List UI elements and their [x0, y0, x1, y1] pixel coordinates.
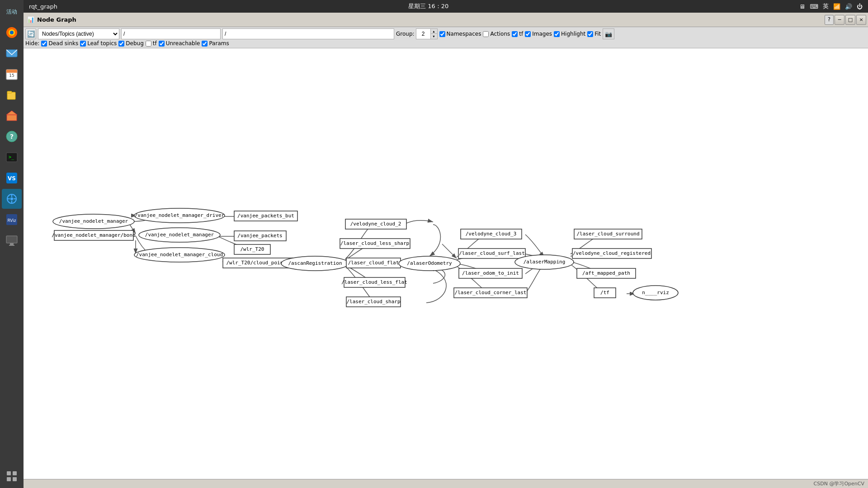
calendar-icon[interactable]: 15 [2, 64, 22, 84]
leaf-topics-checkbox[interactable] [80, 41, 86, 47]
screen-icon[interactable] [2, 230, 22, 250]
namespaces-checkbox[interactable] [439, 31, 445, 37]
node-label-vanjee_packets_but: /vanjee_packets_but [237, 213, 294, 219]
store-icon[interactable] [2, 106, 22, 126]
group-up-button[interactable]: ▲ [431, 29, 437, 34]
svg-point-18 [10, 197, 13, 200]
node-label-vanjee_bond: /vanjee_nodelet_manager/bond [52, 232, 135, 238]
svg-rect-25 [6, 236, 17, 243]
node-label-alaser-odometry: /alaserOdometry [407, 260, 452, 266]
refresh-button[interactable]: 🔄 [25, 28, 36, 39]
highlight-checkbox-label[interactable]: Highlight [554, 31, 585, 37]
node-label-laser-surround: /laser_cloud_surround [576, 231, 639, 237]
view-mode-dropdown[interactable]: Nodes only Nodes/Topics (active) Nodes/T… [38, 28, 119, 39]
dead-sinks-label: Dead sinks [48, 40, 78, 47]
debug-checkbox-label[interactable]: Debug [118, 40, 143, 47]
node-label-vanjee_driver: /vanjee_nodelet_manager_driver [135, 212, 225, 218]
node-label-laser-corner-last: /laser_cloud_corner_last [455, 290, 527, 296]
window-icon: 📊 [27, 16, 34, 23]
app-name: rqt_graph [29, 3, 57, 10]
minimize-button[interactable]: − [835, 15, 844, 25]
params-checkbox[interactable] [202, 41, 208, 47]
system-bar-left: rqt_graph [29, 3, 57, 10]
dead-sinks-checkbox-label[interactable]: Dead sinks [41, 40, 78, 47]
tf-hide-checkbox[interactable] [146, 41, 151, 47]
actions-checkbox-label[interactable]: Actions [483, 31, 510, 37]
leaf-topics-checkbox-label[interactable]: Leaf topics [80, 40, 117, 47]
network-icon: 📶 [833, 3, 840, 10]
hide-label: Hide: [25, 40, 39, 47]
activity-icon[interactable]: 活动 [2, 2, 22, 22]
tf-hide-checkbox-label[interactable]: tf [146, 40, 157, 47]
highlight-checkbox[interactable] [554, 31, 560, 37]
help-btn[interactable]: ? [825, 15, 834, 25]
lang-indicator[interactable]: 英 [823, 2, 829, 10]
dead-sinks-checkbox[interactable] [41, 41, 47, 47]
highlight-label: Highlight [561, 31, 585, 37]
fit-checkbox[interactable] [587, 31, 593, 37]
fit-label: Fit [594, 31, 601, 37]
node-label-tf: /tf [600, 290, 609, 296]
maximize-button[interactable]: □ [845, 15, 855, 25]
system-bar-right: 🖥 ⌨ 英 📶 🔊 ⏻ [799, 2, 863, 10]
node-label-vanjee_packets: /vanjee_packets [237, 233, 282, 239]
svg-text:VS: VS [8, 175, 16, 182]
vscode-icon[interactable]: VS [2, 168, 22, 188]
window-controls: ? − □ × [825, 15, 866, 25]
graph-canvas[interactable]: /vanjee_nodelet_manager /vanjee_nodelet_… [24, 48, 868, 479]
svg-rect-29 [13, 471, 17, 475]
images-checkbox-label[interactable]: Images [525, 31, 552, 37]
svg-rect-30 [7, 477, 11, 481]
actions-checkbox[interactable] [483, 31, 489, 37]
svg-text:?: ? [10, 133, 14, 140]
fit-checkbox-label[interactable]: Fit [587, 31, 601, 37]
mail-icon[interactable] [2, 43, 22, 63]
node-label-n-rviz: n____rviz [642, 290, 669, 296]
namespaces-label: Namespaces [447, 31, 481, 37]
monitor-icon[interactable]: 🖥 [799, 3, 805, 10]
debug-checkbox[interactable] [118, 41, 124, 47]
filter2-input[interactable] [222, 28, 394, 39]
svg-rect-26 [10, 243, 14, 245]
group-down-button[interactable]: ▼ [431, 34, 437, 39]
node-label-ascan: /ascanRegistration [288, 260, 342, 266]
leaf-topics-label: Leaf topics [87, 40, 117, 47]
firefox-icon[interactable] [2, 23, 22, 42]
group-control: Group: ▲ ▼ [396, 28, 438, 39]
params-checkbox-label[interactable]: Params [202, 40, 229, 47]
images-checkbox[interactable] [525, 31, 531, 37]
svg-rect-5 [6, 70, 17, 73]
namespaces-checkbox-label[interactable]: Namespaces [439, 31, 481, 37]
filter1-input[interactable] [121, 28, 221, 39]
close-button[interactable]: × [856, 15, 866, 25]
power-icon[interactable]: ⏻ [857, 3, 863, 10]
window-titlebar: 📊 Node Graph ? − □ × [24, 13, 868, 27]
images-label: Images [532, 31, 552, 37]
node-label-velodyne-registered: /velodyne_cloud_registered [573, 250, 651, 256]
node-label-laser-less-flat: /laser_cloud_less_flat [341, 279, 407, 285]
unreachable-checkbox-label[interactable]: Unreachable [159, 40, 200, 47]
apps-icon[interactable] [2, 466, 22, 486]
system-bar: rqt_graph 星期三 16：20 🖥 ⌨ 英 📶 🔊 ⏻ [24, 0, 868, 13]
group-spinbox-input[interactable] [416, 29, 431, 39]
debug-label: Debug [126, 40, 143, 47]
screenshot-button[interactable]: 📷 [603, 28, 614, 39]
tf-checkbox[interactable] [512, 31, 518, 37]
graph-svg: /vanjee_nodelet_manager /vanjee_nodelet_… [24, 48, 868, 479]
unreachable-checkbox[interactable] [159, 41, 165, 47]
node-label-wlr_cloud_points: /wlr_T20/cloud_points [226, 260, 289, 266]
tf-checkbox-label[interactable]: tf [512, 31, 523, 37]
terminal-icon[interactable]: >_ [2, 147, 22, 167]
ros-icon[interactable] [2, 189, 22, 209]
toolbar: 🔄 Nodes only Nodes/Topics (active) Nodes… [24, 27, 868, 48]
node-label-velodyne3: /velodyne_cloud_3 [466, 231, 517, 237]
rviz-icon[interactable]: RViz [2, 210, 22, 230]
node-label-laser-surf-last: /laser_cloud_surf_last [459, 250, 525, 256]
window-title-area: 📊 Node Graph [27, 16, 76, 23]
node-label-laser-flat: /laser_cloud_flat [348, 260, 399, 266]
help-icon[interactable]: ? [2, 127, 22, 146]
status-bar: CSDN @学习OpenCV [24, 479, 868, 488]
system-time: 星期三 16：20 [408, 2, 448, 10]
files-icon[interactable] [2, 85, 22, 105]
speaker-icon[interactable]: 🔊 [845, 3, 852, 10]
